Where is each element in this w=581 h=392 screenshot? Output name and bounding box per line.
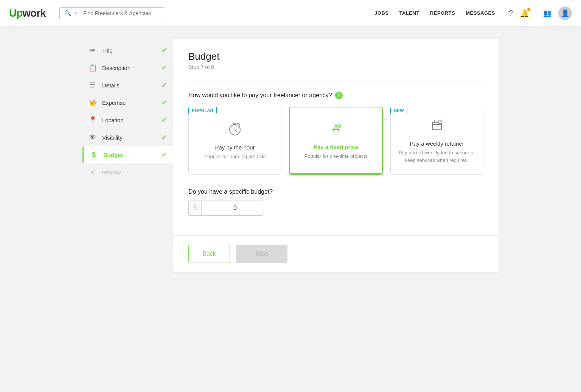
description-check-icon: ✔ [162, 64, 167, 72]
nav-talent[interactable]: TALENT [399, 10, 419, 16]
hourly-desc: Popular for ongoing projects [204, 153, 266, 160]
details-icon: ☰ [89, 81, 97, 89]
teams-button[interactable]: 👥 [543, 9, 551, 17]
sidebar-label-budget: Budget [103, 152, 156, 158]
sidebar-label-title: Title [102, 47, 156, 54]
page-title: Budget [188, 51, 483, 62]
review-icon: ✓ [89, 168, 97, 176]
help-tooltip-icon[interactable]: ? [335, 92, 343, 99]
sidebar-label-description: Description [102, 65, 156, 71]
sidebar-item-details[interactable]: ☰ Details ✔ [82, 76, 173, 94]
popular-badge: POPULAR [188, 107, 217, 114]
section-divider [188, 81, 483, 81]
payment-options: POPULAR Pay by the hour Popular for ongo… [188, 107, 483, 175]
hourly-title: Pay by the hour [215, 144, 255, 151]
budget-label: Do you have a specific budget? [188, 188, 483, 195]
header-divider [536, 8, 536, 19]
back-button[interactable]: Back [188, 245, 230, 263]
notification-button[interactable]: 🔔 [520, 9, 529, 18]
new-badge: NEW [390, 107, 407, 114]
retainer-title: Pay a weekly retainer [410, 140, 464, 147]
title-check-icon: ✔ [162, 46, 167, 54]
details-check-icon: ✔ [162, 81, 167, 89]
avatar-icon: 👤 [561, 9, 569, 17]
sidebar-item-visibility[interactable]: 👁 Visibility ✔ [82, 129, 173, 146]
header-icons: ? 🔔 👥 👤 [509, 6, 572, 20]
search-icon: 🔍 [64, 10, 71, 17]
nav-jobs[interactable]: JOBS [374, 10, 388, 16]
search-input[interactable] [83, 10, 159, 16]
payment-card-retainer[interactable]: NEW Pay a weekly retainer Pay a fixed we… [390, 107, 483, 175]
budget-input[interactable] [202, 201, 247, 215]
header: Upwork 🔍 ▾ JOBS TALENT REPORTS MESSAGES … [0, 0, 581, 26]
user-avatar[interactable]: 👤 [558, 6, 572, 20]
main-nav: JOBS TALENT REPORTS MESSAGES [374, 10, 495, 16]
description-icon: 📋 [89, 64, 97, 72]
budget-input-wrap: $ [188, 201, 264, 216]
content-area: Budget Step 7 of 8 How would you like to… [173, 39, 499, 272]
content-inner: Budget Step 7 of 8 How would you like to… [173, 39, 499, 235]
visibility-check-icon: ✔ [162, 133, 167, 142]
location-check-icon: ✔ [162, 116, 167, 124]
sidebar-item-review[interactable]: ✓ Review [82, 163, 173, 181]
sidebar-label-location: Location [102, 117, 156, 123]
search-dropdown-icon[interactable]: ▾ [75, 11, 80, 16]
sidebar-item-expertise[interactable]: 🤟 Expertise ✔ [82, 94, 173, 111]
budget-prefix-icon: $ [189, 201, 202, 215]
expertise-icon: 🤟 [89, 98, 97, 107]
sidebar-label-visibility: Visibility [102, 134, 156, 141]
next-button[interactable]: Next [236, 245, 288, 263]
location-icon: 📍 [89, 116, 97, 124]
sidebar-label-expertise: Expertise [102, 100, 156, 106]
budget-icon: $ [90, 151, 98, 159]
search-bar[interactable]: 🔍 ▾ [59, 7, 165, 19]
fixed-title: Pay a fixed price [314, 144, 358, 150]
retainer-icon [429, 118, 444, 136]
expertise-check-icon: ✔ [162, 98, 167, 107]
logo-text: Upwork [9, 7, 46, 19]
retainer-desc: Pay a fixed weekly fee to secure or keep… [398, 149, 475, 164]
payment-card-fixed[interactable]: Pay a fixed price Popular for one-time p… [289, 107, 383, 175]
main-container: ✏ Title ✔ 📋 Description ✔ ☰ Details ✔ 🤟 … [82, 39, 499, 272]
hourly-icon [227, 121, 242, 140]
sidebar-item-budget[interactable]: $ Budget ✔ [82, 146, 173, 163]
payment-question: How would you like to pay your freelance… [188, 92, 483, 99]
visibility-icon: 👁 [89, 134, 97, 142]
fixed-icon [328, 121, 343, 139]
fixed-desc: Popular for one-time projects [304, 152, 368, 160]
sidebar-item-title[interactable]: ✏ Title ✔ [82, 42, 173, 59]
help-button[interactable]: ? [509, 9, 513, 17]
content-footer: Back Next [173, 235, 499, 272]
budget-section: Do you have a specific budget? $ [188, 188, 483, 216]
nav-reports[interactable]: REPORTS [430, 10, 455, 16]
sidebar-label-details: Details [102, 82, 156, 89]
sidebar-label-review: Review [102, 169, 167, 176]
payment-card-hourly[interactable]: POPULAR Pay by the hour Popular for ongo… [188, 107, 281, 175]
notification-dot [527, 8, 530, 11]
payment-question-text: How would you like to pay your freelance… [188, 92, 332, 99]
sidebar-item-description[interactable]: 📋 Description ✔ [82, 59, 173, 76]
title-icon: ✏ [89, 46, 97, 54]
nav-messages[interactable]: MESSAGES [466, 10, 495, 16]
budget-check-icon: ✔ [162, 151, 167, 159]
sidebar: ✏ Title ✔ 📋 Description ✔ ☰ Details ✔ 🤟 … [82, 39, 173, 272]
logo[interactable]: Upwork [9, 7, 46, 19]
sidebar-item-location[interactable]: 📍 Location ✔ [82, 111, 173, 129]
step-label: Step 7 of 8 [188, 64, 483, 70]
